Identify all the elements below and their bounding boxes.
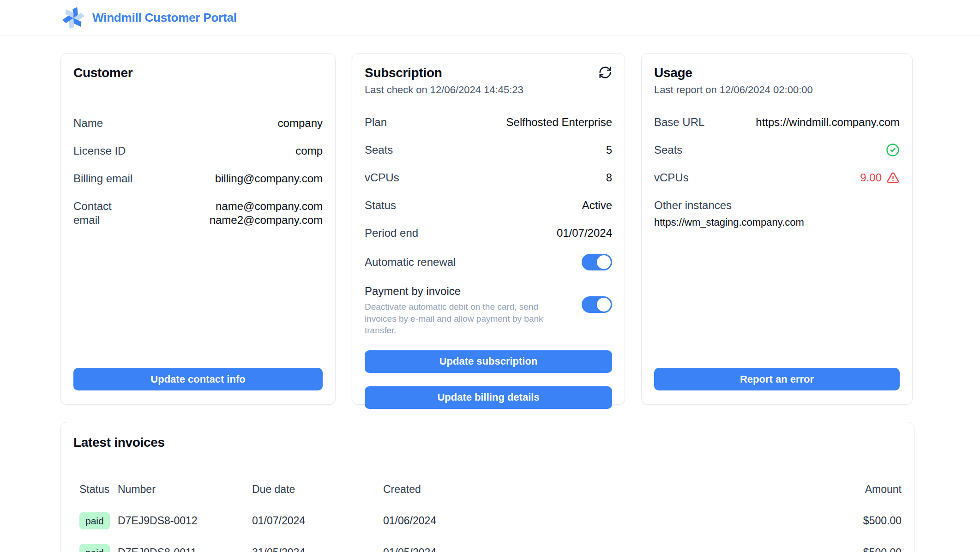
contact-email-2: name2@company.com: [210, 213, 323, 227]
invoices-col-created: Created: [383, 483, 800, 512]
usage-seats-row: Seats: [654, 143, 900, 157]
subscription-card-title: Subscription: [365, 66, 442, 80]
plan-label: Plan: [365, 115, 387, 129]
invoice-amount: $500.00: [800, 512, 902, 544]
check-circle-icon: [886, 143, 900, 157]
subscription-card: Subscription Last check on 12/06/2024 14…: [352, 53, 625, 405]
customer-license-value: comp: [295, 144, 323, 158]
customer-card-title: Customer: [73, 66, 323, 80]
usage-vcpus-label: vCPUs: [654, 171, 689, 185]
other-instances-block: Other instances https://wm_staging.compa…: [654, 198, 900, 228]
invoice-created: 01/05/2024: [383, 544, 800, 552]
main-content: Customer Name company License ID comp Bi…: [0, 36, 914, 552]
customer-license-row: License ID comp: [73, 144, 323, 158]
base-url-value: https://windmill.company.com: [756, 115, 900, 129]
invoice-row: paid D7EJ9DS8-0011 31/05/2024 01/05/2024…: [73, 544, 902, 552]
invoices-col-status: Status: [73, 483, 118, 512]
usage-last-report: Last report on 12/06/2024 02:00:00: [654, 84, 900, 96]
payment-by-invoice-row: Payment by invoice Deactivate automatic …: [365, 284, 612, 336]
subscription-period-end-row: Period end 01/07/2024: [365, 226, 612, 240]
usage-card-title: Usage: [654, 66, 900, 80]
subscription-plan-row: Plan Selfhosted Enterprise: [365, 115, 612, 129]
invoice-number: D7EJ9DS8-0012: [118, 512, 252, 544]
update-subscription-button[interactable]: Update subscription: [365, 350, 612, 373]
invoice-due-date: 31/05/2024: [252, 544, 383, 552]
base-url-label: Base URL: [654, 115, 704, 129]
seats-label: Seats: [365, 143, 393, 157]
app-title: Windmill Customer Portal: [92, 11, 237, 25]
customer-billing-email-value: billing@company.com: [215, 172, 323, 186]
vcpus-label: vCPUs: [365, 171, 399, 185]
invoice-status-badge: paid: [79, 512, 110, 529]
usage-card: Usage Last report on 12/06/2024 02:00:00…: [641, 53, 913, 405]
contact-email-1: name@company.com: [210, 199, 323, 213]
vcpus-value: 8: [606, 171, 612, 185]
customer-contact-email-value: name@company.com name2@company.com: [210, 199, 323, 227]
payment-by-invoice-toggle[interactable]: [582, 296, 612, 313]
payment-by-invoice-label: Payment by invoice: [365, 285, 461, 297]
usage-seats-label: Seats: [654, 143, 682, 157]
top-bar: Windmill Customer Portal: [0, 0, 980, 36]
invoices-col-number: Number: [118, 483, 252, 512]
other-instances-label: Other instances: [654, 198, 900, 212]
invoice-created: 01/06/2024: [383, 512, 800, 544]
payment-by-invoice-description: Deactivate automatic debit on the card, …: [365, 301, 549, 336]
invoice-due-date: 01/07/2024: [252, 512, 383, 544]
invoices-col-due-date: Due date: [252, 483, 383, 512]
subscription-seats-row: Seats 5: [365, 143, 612, 157]
latest-invoices-card: Latest invoices Status Number Due date C…: [60, 422, 914, 552]
usage-vcpus-row: vCPUs 9.00: [654, 171, 900, 185]
usage-base-url-row: Base URL https://windmill.company.com: [654, 115, 900, 129]
period-end-label: Period end: [365, 226, 418, 240]
customer-name-label: Name: [73, 116, 103, 130]
windmill-logo-icon: [61, 6, 85, 30]
invoice-status-badge: paid: [79, 544, 110, 552]
usage-vcpus-value-wrap: 9.00: [860, 171, 900, 185]
invoice-amount: $500.00: [800, 544, 902, 552]
automatic-renewal-toggle[interactable]: [582, 254, 612, 270]
invoices-header-row: Status Number Due date Created Amount: [73, 483, 902, 512]
status-value: Active: [582, 198, 612, 212]
customer-billing-email-label: Billing email: [73, 172, 132, 186]
customer-license-label: License ID: [73, 144, 126, 158]
invoice-row: paid D7EJ9DS8-0012 01/07/2024 01/06/2024…: [73, 512, 902, 544]
automatic-renewal-row: Automatic renewal: [365, 254, 612, 270]
update-billing-details-button[interactable]: Update billing details: [365, 386, 612, 409]
latest-invoices-title: Latest invoices: [73, 435, 902, 450]
other-instance-url: https://wm_staging.company.com: [654, 216, 900, 228]
invoice-number: D7EJ9DS8-0011: [118, 544, 252, 552]
customer-billing-email-row: Billing email billing@company.com: [73, 172, 323, 186]
update-contact-info-button[interactable]: Update contact info: [73, 368, 323, 390]
subscription-vcpus-row: vCPUs 8: [365, 171, 612, 185]
customer-card: Customer Name company License ID comp Bi…: [60, 53, 336, 405]
plan-value: Selfhosted Enterprise: [506, 115, 612, 129]
status-label: Status: [365, 198, 396, 212]
subscription-status-row: Status Active: [365, 198, 612, 212]
customer-name-value: company: [278, 116, 323, 130]
subscription-last-check: Last check on 12/06/2024 14:45:23: [365, 84, 612, 96]
invoices-col-amount: Amount: [800, 483, 902, 512]
usage-vcpus-value: 9.00: [860, 171, 882, 185]
automatic-renewal-label: Automatic renewal: [365, 255, 456, 269]
customer-name-row: Name company: [73, 116, 323, 130]
report-an-error-button[interactable]: Report an error: [654, 368, 900, 390]
period-end-value: 01/07/2024: [557, 226, 612, 240]
invoices-table: Status Number Due date Created Amount pa…: [73, 483, 902, 552]
customer-contact-email-label: Contact email: [73, 199, 122, 227]
customer-contact-email-row: Contact email name@company.com name2@com…: [73, 199, 323, 227]
refresh-icon[interactable]: [598, 66, 612, 79]
seats-value: 5: [606, 143, 612, 157]
alert-triangle-icon: [886, 171, 900, 185]
